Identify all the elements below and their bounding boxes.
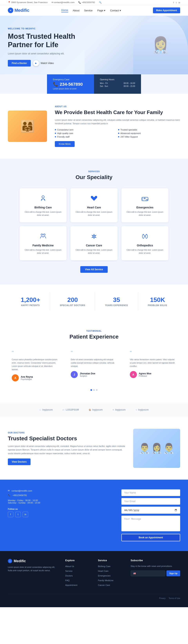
social-instagram[interactable]: in — [23, 512, 28, 517]
subscribe-input[interactable] — [131, 570, 165, 576]
footer-bottom: Privacy Terms of Use — [8, 594, 180, 600]
testimonial-text-1: Cursus varius phasellus pellentesque con… — [12, 358, 58, 371]
logo[interactable]: + Medific — [8, 8, 29, 13]
svg-point-12 — [143, 234, 144, 235]
testimonial-text-3: Vitis varius fermentum morino patent. Vi… — [130, 358, 176, 368]
find-doctor-button[interactable]: Find a Doctor — [8, 60, 31, 66]
instagram-icon[interactable]: in — [178, 1, 180, 4]
about-micro: ABOUT US — [55, 106, 180, 108]
footer-link-faq[interactable]: FAQ — [65, 579, 70, 582]
contact-section: ✉contact@medific.com 📞+88123456781 Monda… — [0, 480, 188, 551]
view-all-service-button[interactable]: View All Service — [80, 266, 107, 273]
name-input[interactable] — [121, 490, 180, 496]
make-appointment-button[interactable]: Make Appointment — [153, 8, 180, 13]
service-name-ortho: Orthopedics — [125, 244, 164, 247]
about-desc: Lorem ipsum dolor sit amet consectetur a… — [55, 118, 180, 126]
message-input[interactable] — [121, 516, 180, 531]
watch-video-button[interactable]: ▶ Watch Video — [33, 60, 54, 66]
cancer-icon — [89, 232, 99, 241]
social-twitter[interactable]: t — [15, 512, 21, 517]
about-features: Consectetur sem Trusted specialist High … — [55, 128, 180, 138]
contact-hours: Monday - Friday : 08:00 - 16:00 Saturday… — [8, 499, 114, 504]
footer-svc-emergency[interactable]: Emergencies — [98, 574, 110, 577]
view-doctors-button[interactable]: View Doctors — [8, 458, 31, 465]
service-name-heart: Heart Care — [74, 206, 114, 209]
footer-explore-links: About Us Service Doctors FAQ Appointment — [65, 564, 90, 586]
doctors-title: Trusted Specialist Doctors — [8, 436, 125, 442]
service-name-emergency: Emergencies — [125, 206, 164, 209]
svg-rect-4 — [142, 198, 143, 200]
nav-page[interactable]: Page ▾ — [97, 9, 105, 12]
testimonials-grid: " Cursus varius phasellus pellentesque c… — [8, 346, 180, 385]
footer-svc-cancer[interactable]: Cancer Care — [98, 584, 110, 586]
footer-svc-birthing[interactable]: Birthing Care — [98, 565, 110, 568]
social-facebook[interactable]: f — [8, 512, 13, 517]
hero-section: WELCOME TO MEDIFIC Most Trusted Health P… — [0, 16, 188, 74]
about-section: 👨‍👩‍👧 ABOUT US We Provide Best Health Ca… — [0, 94, 188, 159]
main-nav: Home About Service Page ▾ Contact ▾ — [61, 8, 121, 12]
emergency-sublabel: Lorem ipsum dolor sit amet — [53, 88, 88, 90]
footer-link-appointment[interactable]: Appointment — [65, 584, 77, 586]
service-card-emergency[interactable]: Emergencies Click edit to change this te… — [121, 188, 168, 222]
service-desc-birthing: Click edit to change this text. Lorem ip… — [24, 210, 63, 217]
author-name-1: Ane Reyna — [21, 376, 33, 378]
logo-4: ❋ logipsum — [112, 408, 125, 411]
carousel-dot-2[interactable] — [93, 389, 95, 391]
svg-point-2 — [44, 200, 45, 200]
svg-point-8 — [43, 234, 44, 235]
logo-1: ⬡ logipsum — [39, 408, 53, 411]
stat-solved-number: 150K — [148, 296, 167, 304]
date-input[interactable] — [121, 507, 180, 514]
emergency-phone[interactable]: 📞234-567890 — [53, 82, 88, 87]
stat-experience-number: 35 — [105, 296, 128, 304]
birthing-icon — [38, 194, 48, 203]
author-name-3: Agnes Moe — [139, 372, 151, 375]
book-appointment-button[interactable]: Book an Appointment — [121, 534, 180, 541]
nav-service[interactable]: Service — [84, 9, 93, 12]
stat-doctors-number: 200 — [60, 296, 85, 304]
footer-svc-heart[interactable]: Heart Care — [98, 570, 108, 572]
carousel-dot-1[interactable] — [90, 389, 92, 391]
avatar-1: A — [12, 374, 19, 382]
info-cards: Emergency Case 📞234-567890 Lorem ipsum d… — [16, 74, 172, 94]
logo-5: ⊙ logipsum — [135, 408, 149, 411]
testimonial-2: " Dolor sit amet consectetur adipiscing … — [67, 346, 121, 385]
service-card-ortho[interactable]: Orthopedics Click edit to change this te… — [121, 226, 168, 260]
footer-link-service[interactable]: Service — [65, 570, 72, 572]
stat-patients: 1,200+ HAPPY PATENTS — [11, 292, 50, 310]
service-card-cancer[interactable]: Cancer Care Click edit to change this te… — [71, 226, 117, 260]
footer-terms[interactable]: Terms of Use — [169, 597, 180, 600]
quote-icon-3: " — [130, 350, 176, 356]
footer-svc-family[interactable]: Family Medicine — [98, 579, 113, 582]
facebook-icon[interactable]: f — [173, 1, 174, 4]
footer-privacy[interactable]: Privacy — [159, 597, 165, 600]
service-name-family: Family Medicine — [24, 244, 63, 247]
about-image: 👨‍👩‍👧 — [8, 110, 47, 142]
testimonials-micro: TESTIMONIAL — [8, 330, 180, 332]
quote-icon-1: " — [12, 350, 58, 356]
footer-link-doctors[interactable]: Doctors — [65, 574, 73, 577]
nav-home[interactable]: Home — [61, 8, 68, 12]
email-input[interactable] — [121, 498, 180, 505]
signup-button[interactable]: Sign Up — [166, 570, 180, 576]
quote-icon-2: " — [71, 350, 117, 356]
testimonials-title: Patient Experience — [8, 334, 180, 340]
nav-about[interactable]: About — [73, 9, 80, 12]
testimonial-1: " Cursus varius phasellus pellentesque c… — [8, 346, 62, 385]
stat-doctors-label: SPECIALIST DOCTORS — [60, 304, 85, 306]
nav-contact[interactable]: Contact ▾ — [110, 9, 121, 12]
stat-experience: 35 YEARS EXPERIENCE — [95, 292, 138, 310]
footer-link-about[interactable]: About Us — [65, 565, 74, 568]
know-more-button[interactable]: Know More — [55, 141, 75, 147]
follow-label: Follow us — [8, 508, 114, 510]
service-card-heart[interactable]: Heart Care Click edit to change this tex… — [71, 188, 117, 222]
testimonial-3: " Vitis varius fermentum morino patent. … — [126, 346, 180, 385]
play-icon: ▶ — [33, 60, 39, 66]
footer-subscribe-title: Subscribe — [131, 559, 180, 562]
search-icon[interactable]: 🔍 — [99, 1, 102, 4]
twitter-icon[interactable]: t — [176, 1, 176, 4]
service-card-family[interactable]: Family Medicine Click edit to change thi… — [20, 226, 67, 260]
doctors-desc: Lorem ipsum dolor sit amet consectetur a… — [8, 444, 125, 455]
carousel-dot-3[interactable] — [96, 389, 98, 391]
service-card-birthing[interactable]: Birthing Care Click edit to change this … — [20, 188, 67, 222]
